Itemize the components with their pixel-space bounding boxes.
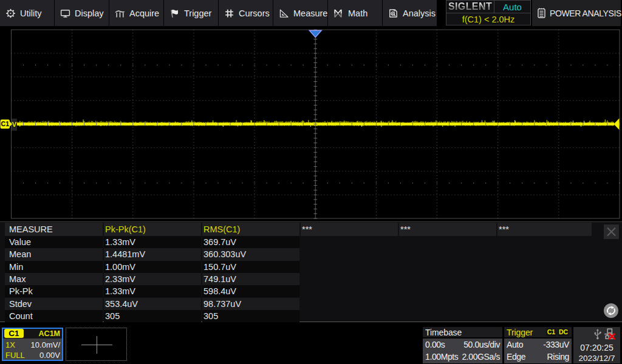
trigger-descriptor[interactable]: Trigger C1 DC Auto -333uV Edge Rising xyxy=(504,327,572,363)
measure-value-cell: 305 xyxy=(104,310,201,322)
trigger-type: Edge xyxy=(507,352,525,362)
waveform-trace-c1 xyxy=(15,120,615,127)
trigger-row2: Edge Rising xyxy=(504,351,572,363)
measure-row-label: Min xyxy=(5,261,103,273)
measure-value-cell: 369.7uV xyxy=(202,236,299,248)
channel1-bandwidth: FULL xyxy=(5,351,25,360)
menu-item-acquire[interactable]: Acquire xyxy=(109,0,163,26)
channel1-name-tab[interactable]: C1 xyxy=(4,329,24,338)
measure-row-label: Mean xyxy=(5,248,103,260)
math-icon xyxy=(333,8,344,19)
flag-icon xyxy=(169,8,180,19)
measure-panel: MEASURE Pk-Pk(C1) RMS(C1) *** *** *** Va… xyxy=(0,221,622,322)
measure-header-col2[interactable]: RMS(C1) xyxy=(202,223,299,236)
refresh-gesture-icon[interactable] xyxy=(604,303,618,318)
measure-row-pkpk: Pk-Pk 1.33mV 598.4uV xyxy=(0,285,622,297)
measure-value-cell: 1.4481mV xyxy=(104,248,201,260)
channel1-probe: 1X xyxy=(5,340,15,349)
trigger-row1: Auto -333uV xyxy=(504,339,572,351)
trigger-frequency: f(C1) < 2.0Hz xyxy=(446,13,530,25)
channel1-scale: 10.0mV/ xyxy=(31,340,60,349)
menu-item-trigger[interactable]: Trigger xyxy=(164,0,218,26)
menu-item-utility[interactable]: Utility xyxy=(0,0,54,26)
channel1-descriptor[interactable]: C1 AC1M 1X 10.0mV/ FULL 0.00V xyxy=(2,328,63,361)
channel1-offset-marker[interactable]: C1 xyxy=(1,120,13,129)
measure-value-cell: 1.33mV xyxy=(104,285,201,297)
measure-row-stdev: Stdev 353.4uV 98.737uV xyxy=(0,298,622,310)
menu-item-label: Measure xyxy=(293,8,327,18)
measure-row-label: Max xyxy=(5,273,103,285)
menu-item-label: Analysis xyxy=(403,8,436,18)
trigger-mode: Auto xyxy=(507,340,523,349)
measure-value-cell: 360.303uV xyxy=(202,248,299,260)
timebase-samplerate: 2.00GSa/s xyxy=(462,352,500,362)
measure-value-cell: 598.4uV xyxy=(202,285,299,297)
trigger-position-marker[interactable] xyxy=(309,30,321,37)
timebase-row2: 1.00Mpts 2.00GSa/s xyxy=(423,351,502,363)
measure-row-label: Pk-Pk xyxy=(5,285,103,297)
measure-row-count: Count 305 305 xyxy=(0,310,622,322)
menu-bar: Utility Display Acquire xyxy=(0,0,622,26)
clock-time: 07:20:25 xyxy=(573,343,620,352)
trigger-level: -333uV xyxy=(543,340,569,349)
power-analysis-button[interactable]: POWER ANALYSIS xyxy=(532,0,621,26)
menu-item-label: Trigger xyxy=(184,8,211,18)
measure-row-label: Count xyxy=(5,310,103,322)
menu-item-display[interactable]: Display xyxy=(55,0,109,26)
timebase-memory: 1.00Mpts xyxy=(425,352,458,362)
timebase-delay: 0.00s xyxy=(425,340,445,349)
trigger-slope: Rising xyxy=(547,352,569,362)
trigger-source-badge: C1 xyxy=(546,328,556,336)
trigger-level-marker[interactable] xyxy=(614,118,620,130)
channel1-scale-line: 1X 10.0mV/ xyxy=(5,340,60,350)
cursors-icon xyxy=(224,8,234,19)
siglent-logo: SIGLENT xyxy=(446,1,494,13)
measure-value-cell: 305 xyxy=(202,310,299,322)
measure-close-button[interactable] xyxy=(604,224,619,239)
power-analysis-label: POWER ANALYSIS xyxy=(550,8,621,18)
measure-row-max: Max 2.33mV 749.1uV xyxy=(0,273,622,285)
measure-value-cell: 2.33mV xyxy=(104,273,201,285)
measure-value-cell: 1.33mV xyxy=(104,236,201,248)
timebase-descriptor[interactable]: Timebase 0.00s 50.0us/div 1.00Mpts 2.00G… xyxy=(423,327,502,363)
trigger-coupling-badge: DC xyxy=(558,328,569,336)
menu-item-cursors[interactable]: Cursors xyxy=(219,0,273,26)
channel-add-placeholder[interactable] xyxy=(66,328,127,361)
menu-item-math[interactable]: Math xyxy=(328,0,382,26)
acquire-icon xyxy=(115,8,125,19)
menu-item-label: Math xyxy=(348,8,367,18)
timebase-row1: 0.00s 50.0us/div xyxy=(423,339,502,351)
acquisition-status: Auto xyxy=(494,1,530,13)
measure-row-label: Value xyxy=(5,236,103,248)
measure-value-cell: 1.00mV xyxy=(104,261,201,273)
measure-header-col5[interactable]: *** xyxy=(497,223,592,236)
channel-unit-marker: V xyxy=(12,121,17,128)
measure-value-cell: 98.737uV xyxy=(202,298,299,310)
channel1-header: C1 AC1M xyxy=(3,329,62,339)
clipboard-icon xyxy=(538,8,545,18)
measure-header-col4[interactable]: *** xyxy=(399,223,496,236)
measure-value-cell: 749.1uV xyxy=(202,273,299,285)
timebase-title: Timebase xyxy=(423,327,502,337)
graticule: VC1 xyxy=(0,26,622,221)
status-bar: C1 AC1M 1X 10.0mV/ FULL 0.00V Timebase 0… xyxy=(0,322,622,364)
usb-icon xyxy=(595,329,601,339)
measure-value-cell: 150.7uV xyxy=(202,261,299,273)
clock-block: 07:20:25 2023/12/7 xyxy=(573,327,620,363)
measure-row-min: Min 1.00mV 150.7uV xyxy=(0,261,622,273)
display-icon xyxy=(60,8,70,19)
measure-row-label: Stdev xyxy=(5,298,103,310)
measure-header-row: MEASURE Pk-Pk(C1) RMS(C1) *** *** *** xyxy=(0,223,622,236)
setsquare-icon xyxy=(279,8,289,19)
measure-value-cell: 353.4uV xyxy=(104,298,201,310)
channel1-offset: 0.00V xyxy=(39,351,60,360)
menu-item-measure[interactable]: Measure xyxy=(273,0,327,26)
logo-status-block: SIGLENT Auto f(C1) < 2.0Hz xyxy=(446,0,531,25)
measure-header-col3[interactable]: *** xyxy=(301,223,398,236)
clock-date: 2023/12/7 xyxy=(573,354,620,363)
waveform-display[interactable]: VC1 xyxy=(0,26,622,221)
measure-header-col1[interactable]: Pk-Pk(C1) xyxy=(104,223,201,236)
trigger-title: Trigger xyxy=(507,328,533,337)
menu-item-analysis[interactable]: Analysis xyxy=(383,0,437,26)
channel1-offset-line: FULL 0.00V xyxy=(5,350,60,360)
